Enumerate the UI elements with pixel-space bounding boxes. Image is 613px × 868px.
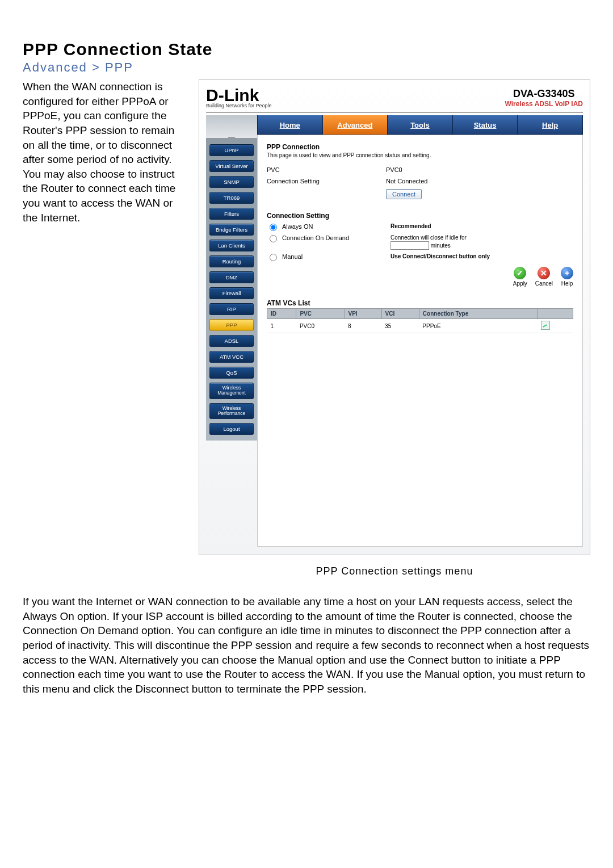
idle-note-prefix: Connection will close if idle for	[391, 234, 467, 241]
model-subtitle: Wireless ADSL VoIP IAD	[505, 100, 583, 108]
apply-label: Apply	[513, 280, 527, 287]
cancel-label: Cancel	[535, 280, 553, 287]
body-disconnect: Disconnect	[136, 683, 189, 695]
tab-help[interactable]: Help	[518, 115, 583, 135]
tab-advanced[interactable]: Advanced	[323, 115, 388, 135]
option-manual-label: Manual	[282, 253, 387, 260]
sidebar-item-filters[interactable]: Filters	[209, 208, 254, 220]
option-always-on-note: Recommended	[391, 223, 431, 229]
page-title: PPP Connection State	[23, 40, 590, 59]
sidebar-item-firewall[interactable]: Firewall	[209, 287, 254, 299]
option-always-on-label: Always ON	[282, 223, 387, 230]
cell-id: 1	[267, 319, 296, 333]
th-vci: VCI	[381, 309, 419, 319]
tab-status[interactable]: Status	[453, 115, 518, 135]
option-on-demand-label: Connection On Demand	[282, 234, 387, 241]
th-vpi: VPI	[345, 309, 381, 319]
connection-status-value: Not Connected	[386, 178, 427, 184]
sidebar-item-logout[interactable]: Logout	[209, 423, 254, 435]
body-always-on: Always On	[23, 610, 74, 622]
cell-type: PPPoE	[419, 319, 538, 333]
idle-note-suffix: minutes	[431, 242, 451, 249]
panel-heading: PPP Connection	[267, 143, 573, 151]
sidebar-item-virtual-server[interactable]: Virtual Server	[209, 160, 254, 172]
intro-paragraph: When the WAN connection is configured fo…	[23, 79, 182, 594]
connection-mode-heading: Connection Setting	[267, 212, 573, 220]
body-text-6: button to terminate the PPP session.	[189, 683, 367, 695]
brand-logo: D-Link	[206, 86, 272, 105]
sidebar-item-tr069[interactable]: TR069	[209, 192, 254, 204]
body-text-4: option and use the	[313, 654, 408, 666]
tab-home[interactable]: Home	[257, 115, 323, 135]
sidebar-item-bridge-filters[interactable]: Bridge Filters	[209, 224, 254, 236]
sidebar-item-lan-clients[interactable]: Lan Clients	[209, 240, 254, 251]
brand-tagline: Building Networks for People	[206, 103, 272, 108]
sidebar-item-qos[interactable]: QoS	[209, 367, 254, 379]
x-icon: ✕	[538, 267, 550, 279]
radio-connection-on-demand[interactable]	[270, 235, 277, 242]
table-row: 1 PVC0 8 35 PPPoE	[267, 319, 573, 333]
th-edit	[538, 309, 573, 319]
radio-always-on[interactable]	[270, 224, 277, 231]
atm-vcs-table: ID PVC VPI VCI Connection Type 1	[267, 308, 573, 333]
sidebar-item-routing[interactable]: Routing	[209, 255, 254, 267]
cell-pvc: PVC0	[296, 319, 345, 333]
th-pvc: PVC	[296, 309, 345, 319]
sidebar-item-adsl[interactable]: ADSL	[209, 335, 254, 347]
help-button[interactable]: + Help	[561, 267, 573, 287]
body-manual: Manual	[278, 654, 313, 666]
model-name: DVA-G3340S	[505, 88, 583, 100]
pvc-label: PVC	[267, 166, 386, 173]
body-connection-on-demand: Connection On Demand	[23, 624, 138, 636]
check-icon: ✓	[514, 267, 526, 279]
sidebar-item-ppp[interactable]: PPP	[209, 319, 254, 331]
panel-description: This page is used to view and PPP connec…	[267, 152, 573, 158]
th-id: ID	[267, 309, 296, 319]
figure-caption: PPP Connection settings menu	[199, 565, 590, 577]
apply-button[interactable]: ✓ Apply	[513, 267, 527, 287]
option-manual-note: Use Connect/Disconnect button only	[391, 253, 490, 259]
sidebar-item-upnp[interactable]: UPnP	[209, 144, 254, 156]
idle-minutes-input[interactable]	[391, 241, 429, 250]
sidebar-item-snmp[interactable]: SNMP	[209, 176, 254, 188]
help-label: Help	[561, 280, 573, 287]
cell-vci: 35	[381, 319, 419, 333]
radio-manual[interactable]	[270, 254, 277, 261]
sidebar: UPnP Virtual Server SNMP TR069 Filters B…	[206, 139, 257, 441]
sidebar-device-image: ⎯⎯	[206, 115, 257, 139]
sidebar-item-wireless-performance[interactable]: Wireless Performance	[209, 403, 254, 420]
connection-setting-label: Connection Setting	[267, 178, 386, 184]
atm-vcs-title: ATM VCs List	[267, 299, 573, 307]
body-text-1: If you want the Internet or WAN connecti…	[23, 596, 573, 607]
sidebar-item-wireless-management[interactable]: Wireless Management	[209, 383, 254, 399]
connect-button[interactable]: Connect	[386, 189, 422, 199]
option-on-demand-note: Connection will close if idle for minute…	[391, 234, 467, 250]
body-text-2: option. If your ISP account is billed ac…	[74, 610, 572, 622]
cell-vpi: 8	[345, 319, 381, 333]
tab-tools[interactable]: Tools	[388, 115, 453, 135]
body-paragraph: If you want the Internet or WAN connecti…	[23, 594, 590, 696]
router-screenshot: D-Link Building Networks for People DVA-…	[199, 79, 590, 555]
pvc-value: PVC0	[386, 166, 402, 173]
sidebar-item-rip[interactable]: RIP	[209, 303, 254, 315]
sidebar-item-atm-vcc[interactable]: ATM VCC	[209, 351, 254, 363]
breadcrumb: Advanced > PPP	[23, 60, 590, 75]
sidebar-item-dmz[interactable]: DMZ	[209, 271, 254, 283]
th-type: Connection Type	[419, 309, 538, 319]
plus-icon: +	[561, 267, 573, 279]
edit-row-icon[interactable]	[541, 321, 550, 330]
body-connect: Connect	[408, 654, 448, 666]
cancel-button[interactable]: ✕ Cancel	[535, 267, 553, 287]
